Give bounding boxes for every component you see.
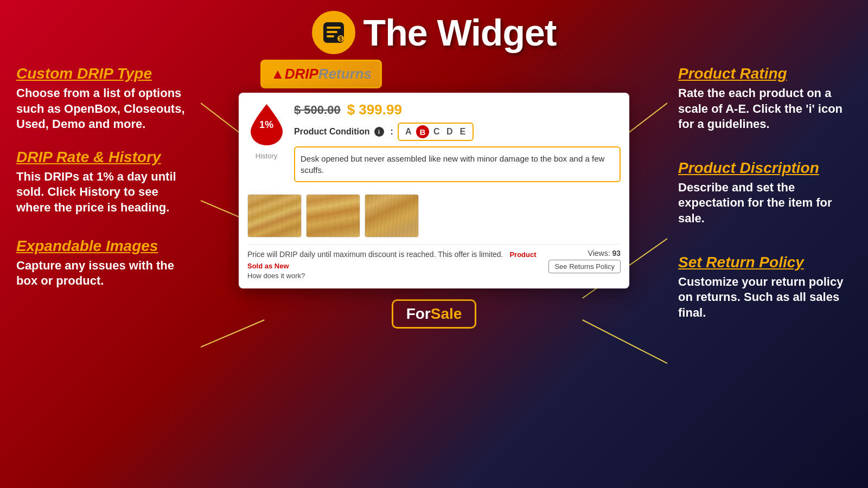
- views-count: 93: [612, 249, 621, 258]
- product-description-title: Product Discription: [678, 159, 852, 177]
- main-layout: Custom DRIP Type Choose from a list of o…: [0, 60, 868, 483]
- right-column: Product Rating Rate the each product on …: [667, 60, 863, 483]
- product-image-2[interactable]: [306, 194, 360, 237]
- widget-icon: $: [312, 11, 355, 54]
- center-column: ▲DRIPReturns 1% History: [201, 60, 667, 483]
- header: $ The Widget: [0, 0, 868, 60]
- returns-policy-button[interactable]: See Returns Policy: [548, 260, 621, 273]
- history-button[interactable]: History: [256, 152, 277, 160]
- grade-a[interactable]: A: [403, 127, 414, 137]
- return-policy-desc: Customize your return policy on returns.…: [678, 274, 852, 321]
- custom-drip-block: Custom DRIP Type Choose from a list of o…: [16, 65, 190, 132]
- return-policy-block: Set Return Policy Customize your return …: [678, 254, 852, 321]
- widget-left-panel: 1% History: [247, 101, 285, 188]
- product-images: [247, 194, 621, 237]
- condition-row: Product Condition i : A B C D E: [294, 123, 621, 141]
- grade-e[interactable]: E: [457, 127, 468, 137]
- condition-grades: A B C D E: [398, 123, 474, 141]
- product-image-3[interactable]: [365, 194, 419, 237]
- product-description-desc: Describe and set the expectation for the…: [678, 180, 852, 227]
- custom-drip-desc: Choose from a list of options such as Op…: [16, 86, 190, 132]
- product-rating-title: Product Rating: [678, 65, 852, 82]
- original-price: $ 500.00: [294, 103, 341, 117]
- svg-rect-3: [327, 35, 334, 37]
- info-icon[interactable]: i: [374, 127, 384, 137]
- price-row: $ 500.00 $ 399.99: [294, 101, 621, 118]
- drip-logo: ▲DRIPReturns: [271, 66, 372, 82]
- widget-top-row: 1% History $ 500.00 $ 399.99 Product Con…: [247, 101, 621, 188]
- custom-drip-title: Custom DRIP Type: [16, 65, 190, 82]
- bottom-center: ForSale: [392, 288, 477, 329]
- drip-banner: ▲DRIPReturns: [260, 60, 382, 88]
- drip-rate-desc: This DRIPs at 1% a day until sold. Click…: [16, 169, 190, 216]
- product-rating-block: Product Rating Rate the each product on …: [678, 65, 852, 132]
- drip-rate-title: DRIP Rate & History: [16, 149, 190, 166]
- expandable-images-desc: Capture any issues with the box or produ…: [16, 258, 190, 289]
- bottom-right: Views: 93 See Returns Policy: [548, 249, 621, 273]
- drip-percent: 1%: [259, 119, 273, 130]
- product-rating-desc: Rate the each product on a scale of A-E.…: [678, 86, 852, 132]
- svg-rect-2: [327, 31, 337, 33]
- grade-c[interactable]: C: [431, 127, 442, 137]
- drip-info-text: Price will DRIP daily until maximum disc…: [247, 249, 548, 272]
- page-title: The Widget: [363, 11, 557, 54]
- svg-rect-1: [327, 27, 341, 29]
- expandable-images-block: Expandable Images Capture any issues wit…: [16, 237, 190, 289]
- condition-label: Product Condition: [294, 127, 370, 137]
- views-text: Views: 93: [588, 249, 621, 258]
- svg-text:$: $: [339, 36, 342, 42]
- bottom-left: Price will DRIP daily until maximum disc…: [247, 249, 548, 280]
- for-sale-text: ForSale: [406, 305, 462, 323]
- widget-wrapper: ▲DRIPReturns 1% History: [239, 60, 629, 329]
- product-image-1[interactable]: [247, 194, 302, 237]
- drip-rate-block: DRIP Rate & History This DRIPs at 1% a d…: [16, 149, 190, 216]
- grade-d[interactable]: D: [444, 127, 455, 137]
- left-column: Custom DRIP Type Choose from a list of o…: [5, 60, 201, 483]
- how-it-works-link[interactable]: How does it work?: [247, 272, 548, 280]
- return-policy-title: Set Return Policy: [678, 254, 852, 271]
- drip-droplet: 1%: [247, 101, 285, 147]
- widget-bottom: Price will DRIP daily until maximum disc…: [247, 244, 621, 280]
- widget-right-panel: $ 500.00 $ 399.99 Product Condition i : …: [294, 101, 621, 188]
- expandable-images-title: Expandable Images: [16, 237, 190, 255]
- product-description[interactable]: Desk opened but never assembled like new…: [294, 146, 621, 182]
- current-price: $ 399.99: [347, 101, 402, 118]
- product-description-block: Product Discription Describe and set the…: [678, 159, 852, 227]
- for-sale-badge: ForSale: [392, 299, 477, 329]
- widget-card: 1% History $ 500.00 $ 399.99 Product Con…: [239, 93, 629, 288]
- grade-b[interactable]: B: [416, 125, 429, 138]
